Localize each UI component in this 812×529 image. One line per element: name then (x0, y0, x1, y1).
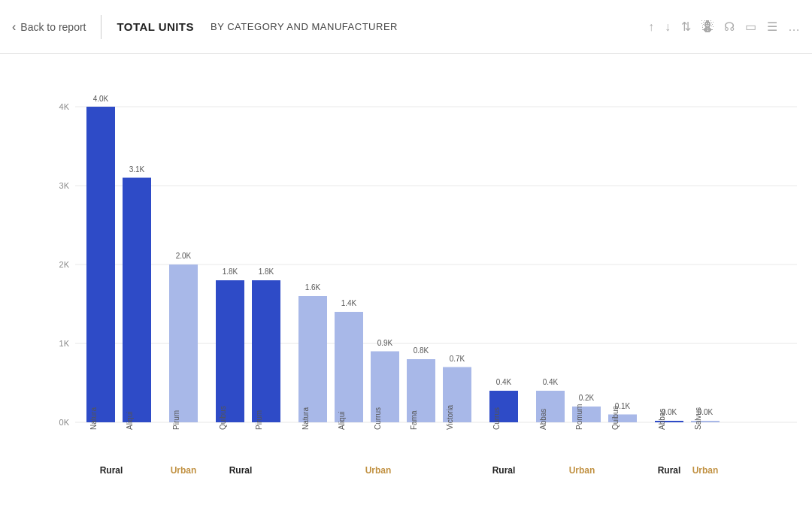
header-left: ‹ Back to report TOTAL UNITS BY CATEGORY… (12, 15, 398, 39)
bar-value-3: 1.8K (223, 268, 238, 276)
bar-value-12: 0.2K (579, 394, 595, 402)
bar-value-5: 1.6K (305, 283, 321, 292)
bar-natura-rural[interactable] (86, 107, 115, 422)
bar-label-9: Victoria (446, 404, 454, 430)
copy-icon[interactable]: ▭ (745, 20, 756, 34)
bar-value-7: 0.9K (377, 339, 393, 347)
bar-value-11: 0.4K (543, 378, 559, 386)
bar-natura-urban[interactable] (298, 296, 327, 422)
category-label-urban-3: Urban (569, 465, 595, 476)
bar-label-14: Abbas (658, 409, 666, 430)
bar-pirum-rural[interactable] (252, 280, 280, 422)
category-label-urban-4: Urban (692, 465, 719, 476)
category-label-rural-4: Rural (658, 465, 681, 476)
y-label-0k: 0K (59, 418, 70, 427)
category-label-urban-2: Urban (365, 465, 392, 476)
bar-label-5: Natura (301, 407, 310, 430)
sort-both-icon[interactable]: ⇅ (681, 20, 691, 34)
star-icon[interactable]: ☊ (724, 20, 735, 34)
toolbar-icons: ↑ ↓ ⇅ ⛇ ☊ ▭ ☰ … (648, 20, 800, 34)
bar-value-10: 0.4K (496, 378, 512, 386)
category-label-rural-2: Rural (229, 465, 253, 476)
bar-pirum-urban[interactable] (169, 264, 198, 422)
bar-label-10: Currus (492, 407, 501, 430)
category-label-rural-3: Rural (492, 465, 516, 476)
bar-label-13: Quibus (611, 406, 620, 430)
bar-label-8: Fama (410, 410, 418, 430)
category-label-urban-1: Urban (171, 465, 197, 476)
bar-label-6: Aliqui (338, 412, 346, 430)
bar-label-3: Quibus (219, 406, 227, 430)
sort-desc-icon[interactable]: ↓ (665, 20, 671, 34)
bar-label-0: Natura (89, 407, 98, 430)
more-icon[interactable]: … (788, 20, 800, 34)
y-label-2k: 2K (59, 260, 70, 269)
y-label-1k: 1K (59, 339, 70, 348)
menu-icon[interactable]: ☰ (767, 20, 777, 34)
bar-aliqui-urban[interactable] (335, 312, 363, 422)
bar-value-6: 1.4K (341, 299, 357, 307)
bar-label-1: Aliqui (126, 412, 134, 430)
bar-label-4: Pirum (255, 410, 263, 430)
bar-value-1: 3.1K (129, 165, 145, 174)
bar-quibus-rural[interactable] (216, 280, 244, 422)
bar-value-2: 2.0K (176, 252, 192, 260)
bar-chart: 4K 3K 2K 1K 0K 4.0K 3.1K 2.0K (45, 62, 797, 482)
bar-value-0: 4.0K (93, 95, 109, 103)
chart-container: 4K 3K 2K 1K 0K 4.0K 3.1K 2.0K (0, 54, 812, 529)
category-label-rural-1: Rural (100, 465, 123, 476)
bar-label-2: Pirum (172, 410, 180, 430)
chevron-left-icon: ‹ (12, 20, 16, 34)
back-label: Back to report (20, 21, 86, 33)
bar-label-11: Abbas (539, 409, 547, 430)
header: ‹ Back to report TOTAL UNITS BY CATEGORY… (0, 0, 812, 54)
bar-value-4: 1.8K (259, 268, 274, 276)
filter-icon[interactable]: ⛇ (701, 20, 714, 34)
back-to-report-link[interactable]: ‹ Back to report (12, 20, 86, 34)
bar-value-9: 0.7K (450, 355, 465, 363)
y-label-3k: 3K (59, 181, 70, 190)
bar-label-12: Pomum (575, 404, 583, 430)
y-label-4k: 4K (59, 102, 70, 111)
bar-label-15: Salvus (694, 407, 702, 430)
bar-aliqui-rural[interactable] (123, 178, 151, 423)
chart-title: TOTAL UNITS (117, 20, 193, 33)
header-divider (101, 15, 102, 39)
sort-asc-icon[interactable]: ↑ (648, 20, 654, 34)
bar-value-8: 0.8K (414, 346, 429, 355)
bar-label-7: Currus (374, 407, 382, 430)
chart-subtitle: BY CATEGORY AND MANUFACTURER (211, 21, 398, 32)
